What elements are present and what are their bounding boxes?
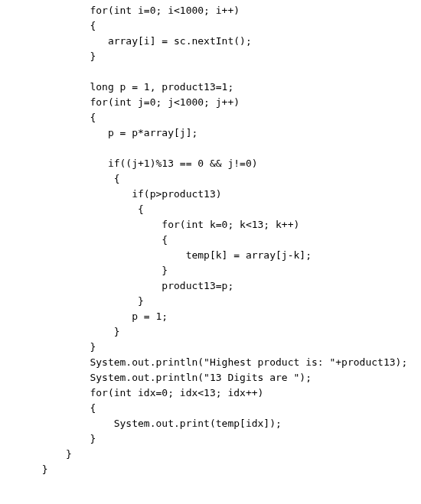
code-block: for(int i=0; i<1000; i++) { array[i] = s… [0,0,421,477]
code-content: for(int i=0; i<1000; i++) { array[i] = s… [0,5,407,475]
